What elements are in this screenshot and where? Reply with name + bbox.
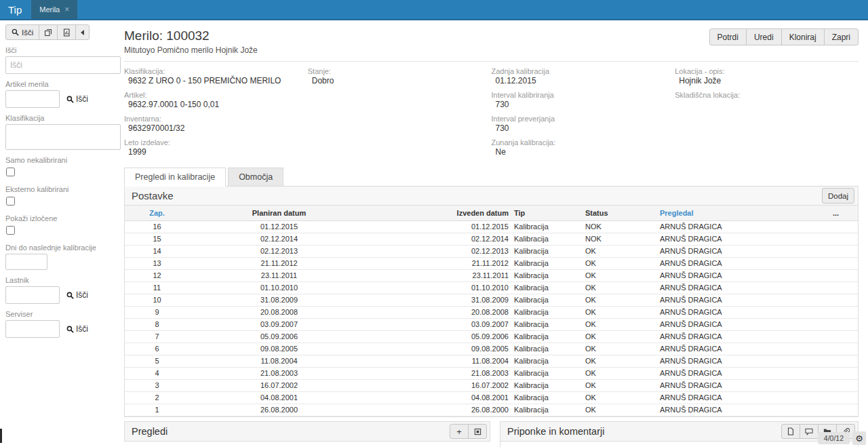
report-button[interactable] <box>57 24 76 40</box>
table-row[interactable]: 4 21.08.2003 21.08.2003 Kalibracija OK A… <box>125 368 858 380</box>
table-row[interactable]: 9 20.08.2008 20.08.2008 Kalibracija OK A… <box>125 307 858 319</box>
table-row[interactable]: 15 02.12.2014 02.12.2014 Kalibracija NOK… <box>125 233 858 246</box>
detail-label: Interval kalibriranja <box>492 91 675 99</box>
cell-status: NOK <box>583 221 657 233</box>
table-row[interactable]: 7 05.09.2006 05.09.2006 Kalibracija OK A… <box>125 331 858 343</box>
tab-merila[interactable]: Merila × <box>31 0 77 19</box>
cell-more <box>830 270 858 282</box>
clone-button[interactable]: Kloniraj <box>781 28 825 45</box>
comment-icon <box>805 428 813 435</box>
artikel-merila-search-link[interactable]: Išči <box>66 94 88 104</box>
cell-izveden-datum: 02.12.2014 <box>369 233 511 246</box>
app-menu-tip[interactable]: Tip <box>0 0 31 19</box>
add-button[interactable]: Dodaj <box>822 188 854 203</box>
edit-button[interactable]: Uredi <box>746 28 782 45</box>
table-row[interactable]: 8 03.09.2007 03.09.2007 Kalibracija OK A… <box>125 319 858 331</box>
close-button[interactable]: Zapri <box>824 28 859 45</box>
lastnik-input[interactable] <box>5 286 60 304</box>
cell-tip: Kalibracija <box>511 380 583 392</box>
detail-label: Lokacija - opis: <box>675 67 859 75</box>
table-row[interactable]: 14 02.12.2013 02.12.2013 Kalibracija OK … <box>125 246 858 258</box>
details-col-3: Zadnja kalibracija 01.12.2015 Interval k… <box>492 67 675 162</box>
serviser-input[interactable] <box>5 320 60 338</box>
tab-obmocja[interactable]: Območja <box>228 168 283 187</box>
cell-more <box>830 368 858 380</box>
dni-input[interactable] <box>5 254 47 270</box>
column-header-zap[interactable]: Zap. <box>125 206 189 221</box>
cell-pregledal: ARNUŠ DRAGICA <box>657 319 830 331</box>
settings-button[interactable]: ⚙ <box>852 431 866 445</box>
table-row[interactable]: 11 01.10.2010 01.10.2010 Kalibracija OK … <box>125 282 858 294</box>
detail-value: Hojnik Jože <box>675 76 859 85</box>
table-row[interactable]: 5 11.08.2004 11.08.2004 Kalibracija OK A… <box>125 355 858 368</box>
serviser-label: Serviser <box>5 310 121 318</box>
cell-izveden-datum: 21.08.2003 <box>369 368 511 380</box>
detail-label: Leto izdelave: <box>124 138 308 147</box>
table-row[interactable]: 10 31.08.2009 31.08.2009 Kalibracija OK … <box>125 294 858 307</box>
klasifikacija-input[interactable] <box>5 124 121 150</box>
cell-zap: 5 <box>125 355 189 368</box>
detail-field: Skladiščna lokacija: <box>675 91 859 109</box>
table-row[interactable]: 3 16.07.2002 16.07.2002 Kalibracija OK A… <box>125 380 858 392</box>
filter-checkbox[interactable] <box>6 168 15 176</box>
collapse-sidebar-button[interactable] <box>75 24 90 40</box>
box-icon <box>474 428 481 435</box>
cell-izveden-datum: 11.08.2004 <box>369 355 511 368</box>
details-col-4: Lokacija - opis: Hojnik Jože Skladiščna … <box>675 67 859 162</box>
pregledi-pick-button[interactable] <box>468 424 487 439</box>
section-tabs: Pregledi in kalibracije Območja <box>124 168 859 187</box>
table-row[interactable]: 13 21.11.2012 21.11.2012 Kalibracija OK … <box>125 258 858 270</box>
cell-zap: 10 <box>125 294 189 307</box>
cell-planiran-datum: 02.12.2014 <box>189 233 369 246</box>
detail-label: Klasifikacija: <box>124 67 308 75</box>
cell-more <box>830 343 858 355</box>
table-row[interactable]: 1 26.08.2000 26.08.2000 Kalibracija OK A… <box>125 404 858 416</box>
search-button[interactable]: Išči <box>5 24 39 40</box>
record-actions: Potrdi Uredi Kloniraj Zapri <box>709 28 859 45</box>
column-header-planiran-datum: Planiran datum <box>189 206 369 221</box>
cell-planiran-datum: 01.12.2015 <box>189 221 369 233</box>
search-field-label: Išči <box>5 46 121 54</box>
table-row[interactable]: 6 09.08.2005 09.08.2005 Kalibracija OK A… <box>125 343 858 355</box>
search-input[interactable] <box>5 56 121 74</box>
cell-pregledal: ARNUŠ DRAGICA <box>657 246 830 258</box>
priponke-title: Priponke in komentarji <box>507 426 781 437</box>
column-header-pregledal[interactable]: Pregledal <box>657 206 830 221</box>
cell-zap: 13 <box>125 258 189 270</box>
cell-pregledal: ARNUŠ DRAGICA <box>657 404 830 416</box>
table-header-row: Zap. Planiran datum Izveden datum Tip St… <box>125 206 858 221</box>
search-icon <box>12 28 19 36</box>
detail-value <box>675 100 859 109</box>
checkbox-field: Eksterno kalibrirani <box>5 185 121 208</box>
add-comment-button[interactable] <box>800 424 818 439</box>
artikel-merila-input[interactable] <box>5 90 60 108</box>
detail-value: 730 <box>492 123 675 133</box>
add-file-button[interactable] <box>781 424 800 439</box>
table-row[interactable]: 2 04.08.2001 04.08.2001 Kalibracija OK A… <box>125 392 858 404</box>
copy-button[interactable] <box>39 24 58 40</box>
cell-more <box>830 331 858 343</box>
search-link-label: Išči <box>76 94 88 104</box>
pregledi-add-button[interactable]: + <box>450 424 469 439</box>
priponke-empty-text: Ni zapisov. <box>500 442 859 447</box>
cell-pregledal: ARNUŠ DRAGICA <box>657 270 830 282</box>
dni-label: Dni do naslednje kalibracije <box>5 244 121 252</box>
tab-merila-label: Merila <box>39 5 60 14</box>
lastnik-search-link[interactable]: Išči <box>66 290 88 300</box>
table-row[interactable]: 16 01.12.2015 01.12.2015 Kalibracija NOK… <box>125 221 858 233</box>
confirm-button[interactable]: Potrdi <box>709 28 747 45</box>
cell-tip: Kalibracija <box>511 270 583 282</box>
filter-checkbox[interactable] <box>6 197 15 206</box>
filter-checkbox[interactable] <box>6 226 15 235</box>
detail-value: 01.12.2015 <box>492 76 675 85</box>
cell-tip: Kalibracija <box>511 355 583 368</box>
table-row[interactable]: 12 23.11.2011 23.11.2011 Kalibracija OK … <box>125 270 858 282</box>
cell-zap: 12 <box>125 270 189 282</box>
tab-close-icon[interactable]: × <box>64 5 69 14</box>
cell-tip: Kalibracija <box>511 404 583 416</box>
cell-status: OK <box>583 282 657 294</box>
tab-pregledi-in-kalibracije[interactable]: Pregledi in kalibracije <box>124 168 226 187</box>
serviser-search-link[interactable]: Išči <box>66 324 88 334</box>
cell-tip: Kalibracija <box>511 294 583 307</box>
cell-izveden-datum: 02.12.2013 <box>369 246 511 258</box>
